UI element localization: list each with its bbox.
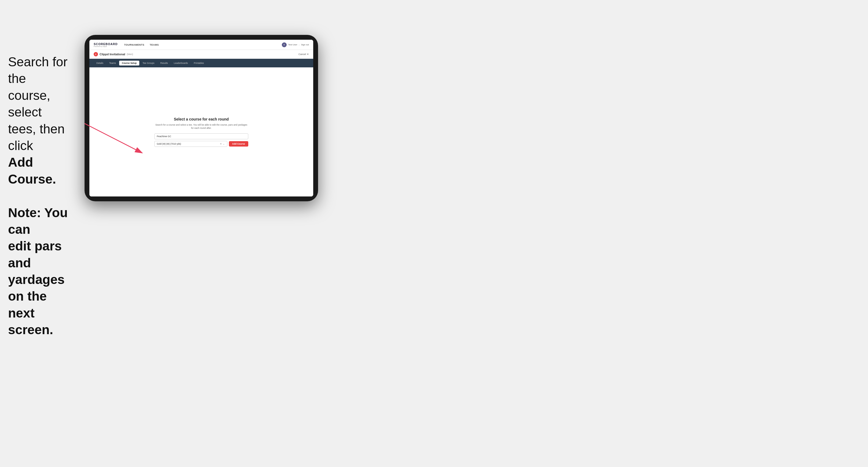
nav-tournaments[interactable]: TOURNAMENTS xyxy=(124,42,144,47)
annotation-block: Search for the course, select tees, then… xyxy=(8,54,83,338)
nav-links: TOURNAMENTS TEAMS xyxy=(124,42,282,47)
logo-sub: Powered by clippd xyxy=(94,45,118,47)
tee-select-row: Gold (M) (M) (7010 yds) ✕ ⌄ Add Course xyxy=(154,141,248,147)
course-section: Select a course for each round Search fo… xyxy=(154,117,248,147)
annotation-note4: next screen. xyxy=(8,305,83,338)
tab-details[interactable]: Details xyxy=(94,61,106,65)
tee-select[interactable]: Gold (M) (M) (7010 yds) ✕ ⌄ xyxy=(154,141,227,147)
sub-nav: Details Teams Course Setup Tee Groups Re… xyxy=(89,59,313,67)
annotation-note2: edit pars and xyxy=(8,238,83,271)
annotation-line4: Add Course. xyxy=(8,154,83,188)
tab-course-setup[interactable]: Course Setup xyxy=(119,61,139,65)
nav-teams[interactable]: TEAMS xyxy=(150,42,159,47)
tournament-tag: (Men) xyxy=(127,53,133,56)
course-search-input[interactable] xyxy=(154,133,248,139)
tournament-header: C Clippd Invitational (Men) Cancel ✕ xyxy=(89,50,313,59)
section-desc: Search for a course and select a tee. Yo… xyxy=(154,123,248,130)
tee-value: Gold (M) (M) (7010 yds) xyxy=(157,143,181,145)
tab-printables[interactable]: Printables xyxy=(191,61,207,65)
logo-area: SCOREBOARD Powered by clippd xyxy=(94,42,118,47)
tournament-icon: C xyxy=(94,52,98,56)
annotation-line3: tees, then click xyxy=(8,121,83,154)
tab-tee-groups[interactable]: Tee Groups xyxy=(140,61,157,65)
tournament-title-area: C Clippd Invitational (Men) xyxy=(94,52,133,56)
user-avatar: B xyxy=(282,42,287,47)
main-content: Select a course for each round Search fo… xyxy=(89,67,313,196)
tee-select-controls: ✕ ⌄ xyxy=(220,143,225,145)
annotation-note1: Note: You can xyxy=(8,205,83,238)
tee-chevron-icon[interactable]: ⌄ xyxy=(223,143,225,145)
user-name: Test User xyxy=(288,43,298,46)
section-title: Select a course for each round xyxy=(154,117,248,121)
nav-separator: | xyxy=(299,43,300,46)
tablet-screen: SCOREBOARD Powered by clippd TOURNAMENTS… xyxy=(89,40,313,196)
tournament-name: Clippd Invitational xyxy=(100,53,125,56)
tab-leaderboards[interactable]: Leaderboards xyxy=(171,61,191,65)
tee-clear-icon[interactable]: ✕ xyxy=(220,143,222,145)
logo-text: SCOREBOARD xyxy=(94,42,118,45)
tab-results[interactable]: Results xyxy=(158,61,170,65)
annotation-note3: yardages on the xyxy=(8,271,83,305)
sign-out-link[interactable]: Sign out xyxy=(301,43,309,46)
navbar: SCOREBOARD Powered by clippd TOURNAMENTS… xyxy=(89,40,313,50)
annotation-line2: course, select xyxy=(8,87,83,121)
add-course-button[interactable]: Add Course xyxy=(229,141,248,147)
nav-user: B Test User | Sign out xyxy=(282,42,309,47)
cancel-button[interactable]: Cancel ✕ xyxy=(299,53,309,56)
tablet-device: SCOREBOARD Powered by clippd TOURNAMENTS… xyxy=(85,35,318,201)
tab-teams[interactable]: Teams xyxy=(106,61,119,65)
annotation-line1: Search for the xyxy=(8,54,83,87)
